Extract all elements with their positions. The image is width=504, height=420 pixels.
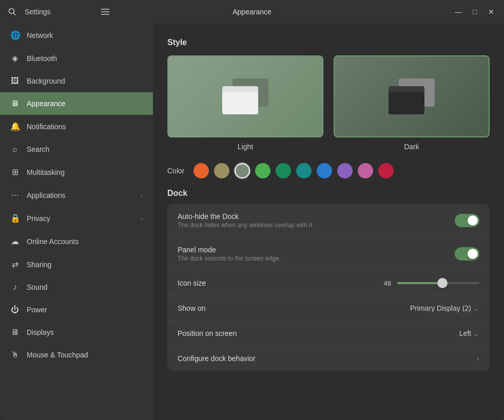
sidebar-item-appearance[interactable]: 🖥 Appearance (0, 92, 153, 115)
light-label: Light (238, 143, 253, 151)
dark-mock (389, 78, 435, 114)
sidebar-label-power: Power (27, 306, 143, 314)
sidebar-item-power[interactable]: ⏻ Power (0, 298, 153, 321)
dock-row-label-show-on: Show on (178, 304, 410, 312)
dock-row-icon-size: Icon size 48 (167, 271, 490, 296)
sidebar-item-online-accounts[interactable]: ☁ Online Accounts (0, 230, 153, 253)
dock-row-info-panel-mode: Panel mode The dock extends to the scree… (178, 246, 455, 262)
slider-thumb-icon-size[interactable] (437, 278, 448, 288)
sidebar-label-background: Background (27, 77, 143, 85)
sidebar-icon-bluetooth: ◈ (10, 53, 20, 63)
sidebar-icon-sharing: ⇄ (10, 259, 20, 269)
dock-row-info-position: Position on screen (178, 329, 459, 337)
dropdown-chevron-position: ⌄ (473, 329, 479, 337)
sidebar-icon-appearance: 🖥 (10, 99, 20, 108)
sidebar-icon-mouse-touchpad: 🖱 (10, 350, 20, 359)
sidebar-title: Settings (25, 8, 51, 16)
color-row: Color (167, 163, 490, 178)
color-dots (193, 163, 394, 178)
row-chevron-configure-dock: › (477, 354, 479, 363)
sidebar-label-search: Search (27, 145, 143, 153)
color-dot-pink[interactable] (358, 163, 373, 178)
sidebar-icon-sound: ♪ (10, 283, 20, 292)
slider-track-icon-size[interactable] (397, 282, 479, 284)
dropdown-position[interactable]: Left ⌄ (459, 329, 479, 337)
sidebar-label-displays: Displays (27, 328, 143, 336)
toggle-autohide[interactable] (455, 214, 479, 227)
dropdown-chevron-show-on: ⌄ (473, 304, 479, 312)
dock-row-configure-dock[interactable]: Configure dock behavior › (167, 346, 490, 371)
sidebar-label-multitasking: Multitasking (27, 168, 143, 176)
style-card-dark[interactable]: Dark (334, 55, 490, 151)
color-dot-sage[interactable] (235, 163, 250, 178)
dark-label: Dark (404, 143, 419, 151)
color-dot-olive[interactable] (214, 163, 229, 178)
settings-window: Settings Appearance — □ ✕ 🌐 Network ◈ Bl… (0, 0, 504, 420)
sidebar: 🌐 Network ◈ Bluetooth 🖼 Background 🖥 App… (0, 24, 153, 420)
svg-line-1 (14, 13, 16, 15)
sidebar-label-appearance: Appearance (27, 99, 143, 108)
dock-row-panel-mode: Panel mode The dock extends to the scree… (167, 237, 490, 271)
color-dot-teal-dark[interactable] (276, 163, 291, 178)
dock-row-autohide: Auto-hide the Dock The dock hides when a… (167, 204, 490, 237)
dock-section: Auto-hide the Dock The dock hides when a… (167, 204, 490, 371)
dock-row-show-on[interactable]: Show on Primary Display (2) ⌄ (167, 296, 490, 321)
slider-container-icon-size: 48 (328, 279, 479, 287)
color-dot-blue[interactable] (317, 163, 332, 178)
sidebar-item-network[interactable]: 🌐 Network (0, 24, 153, 47)
titlebar: Settings Appearance — □ ✕ (0, 0, 504, 24)
window-controls: — □ ✕ (452, 5, 498, 18)
sidebar-label-bluetooth: Bluetooth (27, 54, 143, 63)
sidebar-icon-power: ⏻ (10, 305, 20, 314)
dock-row-info-show-on: Show on (178, 304, 410, 312)
dock-row-info-autohide: Auto-hide the Dock The dock hides when a… (178, 212, 455, 229)
light-mock (222, 78, 268, 114)
sidebar-item-sound[interactable]: ♪ Sound (0, 276, 153, 298)
sidebar-label-network: Network (27, 31, 143, 39)
dock-row-info-configure-dock: Configure dock behavior (178, 354, 477, 363)
sidebar-item-bluetooth[interactable]: ◈ Bluetooth (0, 47, 153, 70)
color-dot-green[interactable] (255, 163, 270, 178)
sidebar-label-notifications: Notifications (27, 123, 143, 131)
content-area: 🌐 Network ◈ Bluetooth 🖼 Background 🖥 App… (0, 24, 504, 420)
dock-section-title: Dock (167, 189, 490, 198)
search-button[interactable] (2, 2, 23, 22)
toggle-panel-mode[interactable] (455, 247, 479, 261)
maximize-button[interactable]: □ (468, 5, 481, 18)
sidebar-item-privacy[interactable]: 🔒 Privacy › (0, 207, 153, 230)
style-card-light[interactable]: Light (167, 55, 323, 151)
sidebar-icon-displays: 🖥 (10, 328, 20, 337)
style-preview-dark (334, 55, 490, 137)
dock-row-label-panel-mode: Panel mode (178, 246, 455, 254)
sidebar-icon-online-accounts: ☁ (10, 236, 20, 246)
close-button[interactable]: ✕ (484, 5, 498, 18)
sidebar-label-privacy: Privacy (27, 214, 133, 223)
sidebar-item-applications[interactable]: ⋯ Applications › (0, 184, 153, 207)
sidebar-item-background[interactable]: 🖼 Background (0, 70, 153, 92)
color-dot-purple[interactable] (337, 163, 353, 178)
dropdown-show-on[interactable]: Primary Display (2) ⌄ (410, 304, 479, 312)
sidebar-label-sharing: Sharing (27, 261, 143, 269)
dark-front-window (389, 86, 424, 114)
sidebar-label-mouse-touchpad: Mouse & Touchpad (27, 351, 143, 359)
color-dot-teal[interactable] (296, 163, 312, 178)
dock-row-position[interactable]: Position on screen Left ⌄ (167, 321, 490, 346)
menu-button[interactable] (97, 4, 113, 20)
color-dot-orange[interactable] (193, 163, 209, 178)
sidebar-item-notifications[interactable]: 🔔 Notifications (0, 115, 153, 138)
slider-fill-icon-size (397, 282, 442, 284)
sidebar-item-mouse-touchpad[interactable]: 🖱 Mouse & Touchpad (0, 344, 153, 366)
minimize-button[interactable]: — (452, 5, 465, 18)
sidebar-item-multitasking[interactable]: ⊞ Multitasking (0, 161, 153, 184)
dock-row-label-icon-size: Icon size (178, 279, 328, 287)
titlebar-left: Settings (0, 0, 113, 24)
sidebar-label-applications: Applications (27, 191, 133, 199)
color-dot-red[interactable] (378, 163, 394, 178)
sidebar-item-sharing[interactable]: ⇄ Sharing (0, 253, 153, 276)
style-cards: Light Dark (167, 55, 490, 151)
sidebar-item-displays[interactable]: 🖥 Displays (0, 321, 153, 344)
sidebar-item-search[interactable]: ⌕ Search (0, 138, 153, 161)
style-section-title: Style (167, 38, 490, 47)
sidebar-chevron-applications: › (141, 192, 143, 198)
sidebar-icon-search: ⌕ (10, 145, 20, 154)
